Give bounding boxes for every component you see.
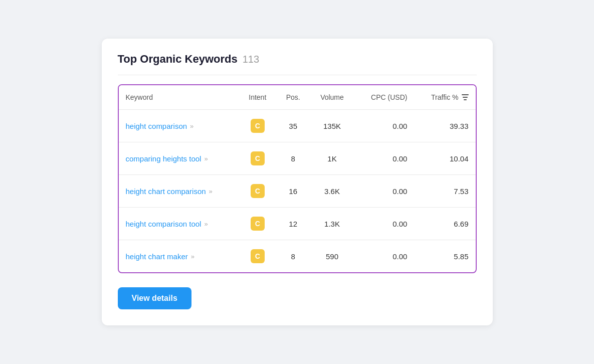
table-row: comparing heights tool»C81K0.0010.04	[119, 142, 476, 175]
chevrons-icon: »	[190, 122, 193, 130]
filter-icon[interactable]	[462, 94, 469, 100]
cell-pos: 16	[276, 175, 310, 208]
cell-cpc: 0.00	[354, 240, 414, 273]
col-keyword: Keyword	[119, 85, 239, 110]
cell-volume: 135K	[310, 110, 354, 142]
cell-pos: 8	[276, 142, 310, 175]
cell-traffic: 7.53	[414, 175, 475, 208]
cell-volume: 1.3K	[310, 208, 354, 240]
cell-intent: C	[239, 175, 276, 208]
keywords-table: Keyword Intent Pos. Volume CPC (USD) Tra…	[119, 85, 476, 272]
cell-volume: 590	[310, 240, 354, 273]
col-pos: Pos.	[276, 85, 310, 110]
cell-cpc: 0.00	[354, 175, 414, 208]
chevrons-icon: »	[204, 220, 208, 228]
col-volume: Volume	[310, 85, 354, 110]
card-count: 113	[243, 54, 259, 65]
keyword-link[interactable]: height comparison»	[126, 122, 232, 130]
cell-keyword: height chart comparison»	[119, 175, 239, 208]
card-title: Top Organic Keywords	[118, 53, 238, 66]
cell-cpc: 0.00	[354, 110, 414, 142]
intent-badge: C	[251, 217, 265, 231]
cell-cpc: 0.00	[354, 142, 414, 175]
keyword-text: height comparison	[126, 122, 187, 130]
cell-pos: 35	[276, 110, 310, 142]
cell-keyword: height chart maker»	[119, 240, 239, 273]
cell-keyword: comparing heights tool»	[119, 142, 239, 175]
cell-volume: 1K	[310, 142, 354, 175]
chevrons-icon: »	[191, 253, 194, 260]
intent-badge: C	[251, 151, 265, 165]
cell-cpc: 0.00	[354, 208, 414, 240]
svg-rect-2	[464, 99, 467, 100]
col-cpc: CPC (USD)	[354, 85, 414, 110]
keyword-text: height chart maker	[126, 252, 188, 261]
cell-volume: 3.6K	[310, 175, 354, 208]
cell-traffic: 6.69	[414, 208, 475, 240]
header-divider	[118, 75, 477, 75]
col-traffic: Traffic %	[414, 85, 475, 110]
keyword-link[interactable]: height chart comparison»	[126, 187, 232, 196]
intent-badge: C	[251, 119, 265, 133]
keyword-text: height comparison tool	[126, 220, 202, 228]
cell-keyword: height comparison»	[119, 110, 239, 142]
table-row: height chart comparison»C163.6K0.007.53	[119, 175, 476, 208]
table-row: height comparison tool»C121.3K0.006.69	[119, 208, 476, 240]
keyword-link[interactable]: height chart maker»	[126, 252, 232, 261]
keywords-table-wrapper: Keyword Intent Pos. Volume CPC (USD) Tra…	[118, 84, 477, 273]
chevrons-icon: »	[204, 155, 208, 162]
cell-intent: C	[239, 208, 276, 240]
keyword-link[interactable]: height comparison tool»	[126, 220, 232, 228]
table-row: height chart maker»C85900.005.85	[119, 240, 476, 273]
svg-rect-1	[463, 97, 468, 98]
cell-traffic: 10.04	[414, 142, 475, 175]
table-row: height comparison»C35135K0.0039.33	[119, 110, 476, 142]
keyword-text: comparing heights tool	[126, 154, 202, 163]
cell-pos: 12	[276, 208, 310, 240]
intent-badge: C	[251, 184, 265, 198]
cell-keyword: height comparison tool»	[119, 208, 239, 240]
table-header-row: Keyword Intent Pos. Volume CPC (USD) Tra…	[119, 85, 476, 110]
cell-traffic: 5.85	[414, 240, 475, 273]
svg-rect-0	[462, 94, 469, 95]
cell-intent: C	[239, 142, 276, 175]
cell-intent: C	[239, 110, 276, 142]
card-header: Top Organic Keywords 113	[118, 53, 477, 66]
col-intent: Intent	[239, 85, 276, 110]
cell-pos: 8	[276, 240, 310, 273]
cell-traffic: 39.33	[414, 110, 475, 142]
view-details-button[interactable]: View details	[118, 287, 191, 309]
keyword-text: height chart comparison	[126, 187, 206, 196]
cell-intent: C	[239, 240, 276, 273]
keyword-link[interactable]: comparing heights tool»	[126, 154, 232, 163]
card: Top Organic Keywords 113 Keyword Intent …	[102, 39, 493, 325]
chevrons-icon: »	[209, 188, 213, 195]
intent-badge: C	[251, 249, 265, 263]
